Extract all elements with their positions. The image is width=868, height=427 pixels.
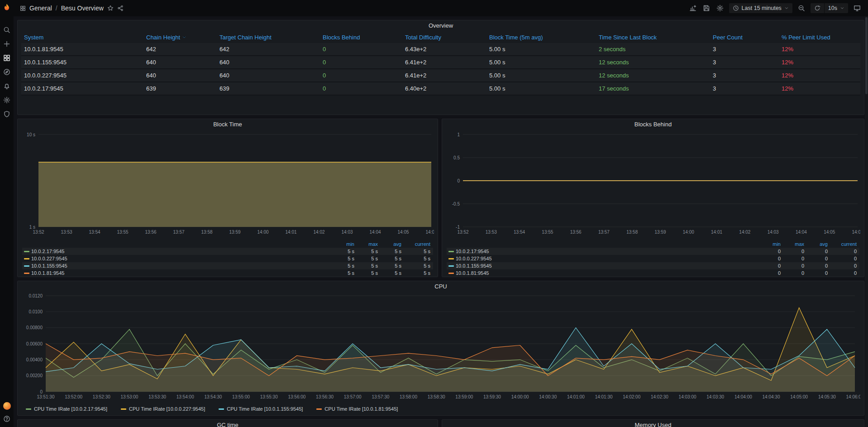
legend-row: 10.0.1.81:9545 5 s 5 s 5 s 5 s (22, 269, 433, 277)
sort-caret-icon (182, 35, 186, 39)
panel-title-memory-used[interactable]: Memory Used (442, 420, 864, 427)
breadcrumb-folder[interactable]: General (29, 5, 52, 12)
series-color-swatch[interactable] (24, 251, 29, 252)
svg-text:14:04: 14:04 (796, 230, 807, 235)
help-icon[interactable] (3, 415, 10, 422)
overview-table: System Chain Height Target Chain Height … (21, 31, 860, 96)
nav-actions: Last 15 minutes 10s (688, 3, 862, 13)
svg-text:14:05:00: 14:05:00 (790, 394, 808, 399)
dashboard-settings-icon[interactable] (715, 4, 725, 13)
series-name[interactable]: 10.0.1.155:9545 (456, 263, 760, 269)
server-admin-shield-icon[interactable] (3, 110, 10, 118)
save-dashboard-icon[interactable] (702, 4, 711, 13)
refresh-button[interactable] (811, 3, 825, 13)
legend-col-max[interactable]: max (357, 241, 381, 247)
col-total-difficulty[interactable]: Total Difficulty (402, 34, 486, 41)
search-icon[interactable] (3, 26, 10, 34)
panel-title-overview[interactable]: Overview (18, 20, 864, 30)
legend-col-avg[interactable]: avg (381, 241, 404, 247)
series-name[interactable]: 10.0.1.155:9545 (31, 263, 334, 269)
series-name[interactable]: 10.0.0.227:9545 (456, 256, 760, 261)
explore-compass-icon[interactable] (3, 68, 10, 76)
svg-text:14:02:00: 14:02:00 (623, 394, 640, 399)
series-color-swatch[interactable] (24, 273, 29, 274)
zoom-out-icon[interactable] (797, 4, 806, 13)
svg-text:14:02:30: 14:02:30 (651, 394, 668, 399)
scrollbar[interactable] (865, 16, 868, 427)
configuration-gear-icon[interactable] (3, 96, 10, 104)
legend-row: 10.0.0.227:9545 5 s 5 s 5 s 5 s (22, 255, 433, 262)
cpu-graph[interactable]: 0.01200.01000.008000.006000.004000.00200… (21, 291, 860, 404)
panel-title-cpu[interactable]: CPU (18, 281, 864, 291)
legend-avg-value: 0 (807, 263, 830, 269)
panel-gc-time: GC time (17, 419, 438, 427)
breadcrumb-title[interactable]: Besu Overview (61, 5, 104, 12)
series-color-swatch (316, 408, 322, 410)
cycle-view-monitor-icon[interactable] (853, 4, 862, 13)
series-color-swatch[interactable] (448, 258, 454, 259)
series-color-swatch[interactable] (24, 258, 29, 259)
col-peer-count[interactable]: Peer Count (710, 34, 779, 41)
series-color-swatch[interactable] (448, 251, 454, 252)
share-icon[interactable] (117, 5, 124, 11)
blocks-behind-graph[interactable]: 10.50-0.5-113:5213:5313:5413:5513:5613:5… (446, 130, 860, 239)
panel-title-block-time[interactable]: Block Time (18, 119, 438, 129)
col-peer-limit-used[interactable]: % Peer Limit Used (779, 34, 860, 41)
block-time-graph[interactable]: 10 s1 s13:5213:5313:5413:5513:5613:5713:… (21, 130, 434, 239)
series-name[interactable]: 10.0.2.17:9545 (456, 249, 760, 254)
svg-text:14:00: 14:00 (683, 230, 694, 235)
grafana-logo[interactable] (2, 3, 11, 12)
refresh-interval-dropdown[interactable]: 10s (825, 3, 848, 13)
user-avatar[interactable] (3, 402, 11, 410)
legend-item[interactable]: CPU Time IRate [10.0.2.17:9545] (24, 406, 107, 412)
col-chain-height[interactable]: Chain Height (143, 34, 217, 41)
svg-text:13:51:30: 13:51:30 (37, 394, 55, 399)
legend-item[interactable]: CPU Time IRate [10.0.0.227:9545] (119, 406, 205, 412)
legend-col-avg[interactable]: avg (807, 241, 830, 247)
table-row: 10.0.2.17:9545 639 639 0 6.40e+2 5.00 s … (21, 82, 860, 96)
panel-title-blocks-behind[interactable]: Blocks Behind (442, 119, 864, 129)
star-icon[interactable] (107, 5, 114, 11)
legend-col-min[interactable]: min (334, 241, 357, 247)
svg-text:14:01:00: 14:01:00 (567, 394, 585, 399)
legend-item[interactable]: CPU Time IRate [10.0.1.81:9545] (315, 406, 398, 412)
dashboards-icon[interactable] (3, 54, 10, 62)
legend-col-min[interactable]: min (760, 241, 783, 247)
svg-text:13:57: 13:57 (598, 230, 610, 235)
series-color-swatch[interactable] (448, 265, 454, 267)
col-system[interactable]: System (21, 34, 143, 41)
col-chain-height-label: Chain Height (146, 34, 180, 41)
col-target-chain-height[interactable]: Target Chain Height (217, 34, 320, 41)
chevron-down-icon (840, 6, 844, 10)
legend-col-current[interactable]: current (404, 241, 433, 247)
col-time-since-last-block[interactable]: Time Since Last Block (596, 34, 710, 41)
panel-cpu: CPU 0.01200.01000.008000.006000.004000.0… (17, 281, 864, 416)
series-name[interactable]: 10.0.0.227:9545 (31, 256, 334, 261)
create-plus-icon[interactable] (3, 40, 10, 48)
panel-title-gc-time[interactable]: GC time (18, 420, 438, 427)
add-panel-icon[interactable] (688, 4, 697, 13)
legend-col-current[interactable]: current (830, 241, 859, 247)
cell-peer-count: 3 (710, 85, 779, 92)
svg-text:13:57:00: 13:57:00 (344, 394, 362, 399)
col-block-time[interactable]: Block Time (5m avg) (486, 34, 596, 41)
series-name[interactable]: 10.0.1.81:9545 (456, 270, 760, 276)
legend-item[interactable]: CPU Time IRate [10.0.1.155:9545] (217, 406, 303, 412)
cell-total-difficulty: 6.43e+2 (402, 46, 486, 53)
time-range-picker[interactable]: Last 15 minutes (729, 3, 792, 13)
series-name[interactable]: 10.0.1.81:9545 (31, 270, 334, 276)
alerting-bell-icon[interactable] (3, 82, 10, 90)
scrollbar-thumb[interactable] (865, 17, 868, 94)
legend-avg-value: 5 s (381, 256, 404, 261)
col-blocks-behind[interactable]: Blocks Behind (320, 34, 402, 41)
svg-text:0.5: 0.5 (453, 155, 460, 160)
series-color-swatch[interactable] (448, 273, 454, 274)
cell-peer-limit-used: 12% (779, 59, 860, 66)
breadcrumb-separator: / (56, 5, 57, 12)
series-name[interactable]: 10.0.2.17:9545 (31, 249, 334, 254)
legend-min-value: 0 (760, 270, 783, 276)
series-color-swatch[interactable] (24, 265, 29, 267)
cell-block-time: 5.00 s (486, 59, 596, 66)
legend-col-max[interactable]: max (783, 241, 807, 247)
cell-chain-height: 642 (143, 46, 217, 53)
